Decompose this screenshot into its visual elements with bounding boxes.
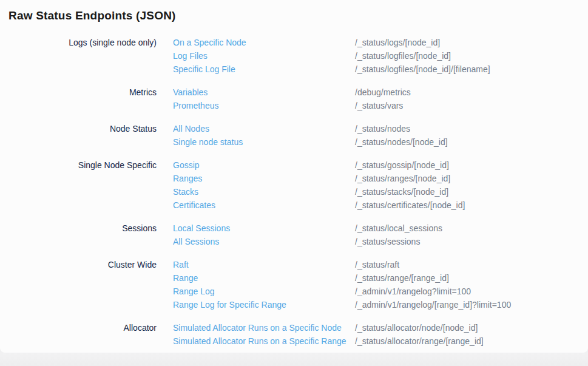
endpoint-path: /_status/nodes xyxy=(355,122,588,135)
endpoint-row: Gossip /_status/gossip/[node_id] xyxy=(157,158,588,172)
endpoint-row: Ranges /_status/ranges/[node_id] xyxy=(157,172,588,185)
endpoint-path: /_status/logfiles/[node_id]/[filename] xyxy=(355,63,588,76)
endpoint-link[interactable]: Range Log xyxy=(157,285,355,298)
endpoint-group: Metrics Variables /debug/metrics Prometh… xyxy=(0,86,588,112)
endpoint-path: /_status/stacks/[node_id] xyxy=(355,185,588,198)
endpoint-row: Raft /_status/raft xyxy=(157,258,588,271)
group-category-label: Single Node Specific xyxy=(0,158,157,212)
endpoint-group: Logs (single node only) On a Specific No… xyxy=(0,36,588,76)
endpoint-path: /debug/metrics xyxy=(355,86,588,99)
endpoint-path: /_status/sessions xyxy=(355,235,588,248)
endpoint-groups: Logs (single node only) On a Specific No… xyxy=(0,36,588,348)
endpoint-row: Certificates /_status/certificates/[node… xyxy=(157,198,588,212)
endpoint-path: /_status/range/[range_id] xyxy=(355,271,588,285)
endpoint-link[interactable]: Variables xyxy=(157,86,355,99)
group-category-label: Metrics xyxy=(0,86,157,112)
content-card: Raw Status Endpoints (JSON) Logs (single… xyxy=(0,0,588,353)
endpoint-row: Variables /debug/metrics xyxy=(157,86,588,99)
endpoint-path: /_admin/v1/rangelog/[range_id]?limit=100 xyxy=(355,298,588,311)
endpoint-group: Node Status All Nodes /_status/nodes Sin… xyxy=(0,122,588,149)
endpoint-path: /_status/vars xyxy=(355,99,588,112)
endpoint-row: Single node status /_status/nodes/[node_… xyxy=(157,135,588,149)
group-category-label: Cluster Wide xyxy=(0,258,157,311)
page-title: Raw Status Endpoints (JSON) xyxy=(8,8,588,23)
endpoint-path: /_status/ranges/[node_id] xyxy=(355,172,588,185)
group-rows: Local Sessions /_status/local_sessions A… xyxy=(157,222,588,248)
debug-page: Raw Status Endpoints (JSON) Logs (single… xyxy=(0,0,588,366)
endpoint-row: Log Files /_status/logfiles/[node_id] xyxy=(157,49,588,63)
endpoint-row: Local Sessions /_status/local_sessions xyxy=(157,222,588,235)
endpoint-path: /_status/allocator/range/[range_id] xyxy=(355,334,588,348)
endpoint-row: All Sessions /_status/sessions xyxy=(157,235,588,248)
endpoint-path: /_status/allocator/node/[node_id] xyxy=(355,321,588,334)
group-category-label: Logs (single node only) xyxy=(0,36,157,76)
endpoint-link[interactable]: On a Specific Node xyxy=(157,36,355,49)
endpoint-group: Sessions Local Sessions /_status/local_s… xyxy=(0,222,588,248)
endpoint-link[interactable]: Prometheus xyxy=(157,99,355,112)
endpoint-path: /_status/raft xyxy=(355,258,588,271)
endpoint-row: On a Specific Node /_status/logs/[node_i… xyxy=(157,36,588,49)
endpoint-row: Range Log for Specific Range /_admin/v1/… xyxy=(157,298,588,311)
group-rows: Variables /debug/metrics Prometheus /_st… xyxy=(157,86,588,112)
endpoint-row: Prometheus /_status/vars xyxy=(157,99,588,112)
endpoint-path: /_status/local_sessions xyxy=(355,222,588,235)
footer-band xyxy=(0,353,588,366)
endpoint-row: All Nodes /_status/nodes xyxy=(157,122,588,135)
endpoint-link[interactable]: Specific Log File xyxy=(157,63,355,76)
endpoint-group: Single Node Specific Gossip /_status/gos… xyxy=(0,158,588,212)
endpoint-path: /_admin/v1/rangelog?limit=100 xyxy=(355,285,588,298)
endpoint-link[interactable]: Certificates xyxy=(157,198,355,212)
endpoint-path: /_status/logs/[node_id] xyxy=(355,36,588,49)
endpoint-link[interactable]: Range Log for Specific Range xyxy=(157,298,355,311)
endpoint-link[interactable]: Gossip xyxy=(157,158,355,172)
endpoint-link[interactable]: Raft xyxy=(157,258,355,271)
group-rows: Simulated Allocator Runs on a Specific N… xyxy=(157,321,588,348)
endpoint-row: Specific Log File /_status/logfiles/[nod… xyxy=(157,63,588,76)
endpoint-group: Cluster Wide Raft /_status/raft Range /_… xyxy=(0,258,588,311)
endpoint-row: Range Log /_admin/v1/rangelog?limit=100 xyxy=(157,285,588,298)
endpoint-link[interactable]: Single node status xyxy=(157,135,355,149)
endpoint-row: Simulated Allocator Runs on a Specific R… xyxy=(157,334,588,348)
group-category-label: Node Status xyxy=(0,122,157,149)
endpoint-row: Stacks /_status/stacks/[node_id] xyxy=(157,185,588,198)
group-rows: Raft /_status/raft Range /_status/range/… xyxy=(157,258,588,311)
endpoint-link[interactable]: Log Files xyxy=(157,49,355,63)
group-category-label: Allocator xyxy=(0,321,157,348)
endpoint-path: /_status/gossip/[node_id] xyxy=(355,158,588,172)
group-rows: All Nodes /_status/nodes Single node sta… xyxy=(157,122,588,149)
group-rows: Gossip /_status/gossip/[node_id] Ranges … xyxy=(157,158,588,212)
endpoint-link[interactable]: All Sessions xyxy=(157,235,355,248)
endpoint-row: Range /_status/range/[range_id] xyxy=(157,271,588,285)
endpoint-group: Allocator Simulated Allocator Runs on a … xyxy=(0,321,588,348)
endpoint-path: /_status/certificates/[node_id] xyxy=(355,198,588,212)
group-rows: On a Specific Node /_status/logs/[node_i… xyxy=(157,36,588,76)
endpoint-row: Simulated Allocator Runs on a Specific N… xyxy=(157,321,588,334)
endpoint-link[interactable]: Local Sessions xyxy=(157,222,355,235)
endpoint-link[interactable]: Stacks xyxy=(157,185,355,198)
endpoint-link[interactable]: All Nodes xyxy=(157,122,355,135)
endpoint-link[interactable]: Ranges xyxy=(157,172,355,185)
endpoint-link[interactable]: Simulated Allocator Runs on a Specific N… xyxy=(157,321,355,334)
endpoint-path: /_status/nodes/[node_id] xyxy=(355,135,588,149)
endpoint-path: /_status/logfiles/[node_id] xyxy=(355,49,588,63)
endpoint-link[interactable]: Simulated Allocator Runs on a Specific R… xyxy=(157,334,355,348)
endpoint-link[interactable]: Range xyxy=(157,271,355,285)
group-category-label: Sessions xyxy=(0,222,157,248)
